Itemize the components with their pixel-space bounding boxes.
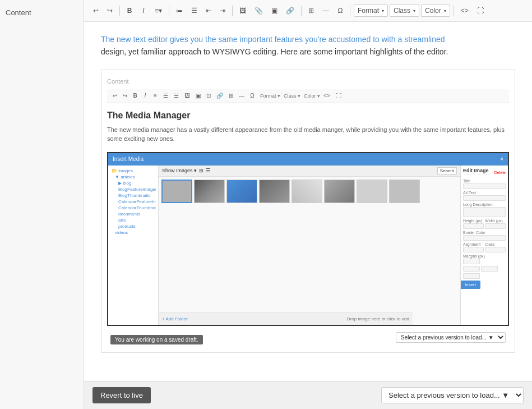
sidebar-label: Content <box>6 8 31 17</box>
editor-toolbar: ↩ ↪ B I ≡▾ ≔ ☰ ⇤ ⇥ 🖼 📎 ▣ 🔗 ⊞ — Ω Format … <box>84 0 532 22</box>
mm-close-icon: × <box>500 156 503 162</box>
fullscreen-button[interactable]: ⛶ <box>474 4 487 17</box>
outdent-button[interactable]: ⇤ <box>202 4 215 17</box>
toolbar-divider-1 <box>119 6 120 16</box>
nested-editor-frame: Content ↩ ↪ B I ≡ ☰ ☱ 🖼 ▣ ⊡ 🔗 ⊞ — Ω <box>101 70 515 353</box>
color-dropdown[interactable]: Color ▾ <box>421 4 450 17</box>
link-button[interactable]: 📎 <box>251 4 266 17</box>
undo-button[interactable]: ↩ <box>90 4 102 17</box>
nested-table-button[interactable]: ⊞ <box>226 91 235 100</box>
mm-margin-right-input[interactable] <box>481 266 498 272</box>
mm-delete-label[interactable]: Delete <box>494 171 506 174</box>
nested-bold-button[interactable]: B <box>131 91 140 100</box>
mm-thumb-3 <box>226 180 257 203</box>
nested-version-select[interactable]: Select a previous version to load... ▼ <box>396 332 506 343</box>
mm-margin-bottom-input[interactable] <box>463 273 480 279</box>
source-button[interactable]: <> <box>457 4 472 17</box>
nested-content-label: Content <box>107 76 509 89</box>
list-unordered-button[interactable]: ≔ <box>173 4 186 17</box>
redo-button[interactable]: ↪ <box>104 4 116 17</box>
editor-area[interactable]: The new text editor gives you the same i… <box>84 22 532 381</box>
mm-main-area: Show Images ▾ ⊞ ☰ Search <box>159 166 460 325</box>
mm-margin-top-input[interactable] <box>463 259 480 264</box>
mm-height-label: Height (px) <box>463 219 484 223</box>
nested-media-button[interactable]: ▣ <box>193 91 203 100</box>
mm-view-list-icon: ☰ <box>206 168 210 173</box>
nested-source-button[interactable]: <> <box>321 91 332 100</box>
nested-toolbar: ↩ ↪ B I ≡ ☰ ☱ 🖼 ▣ ⊡ 🔗 ⊞ — Ω Format ▾ Cla… <box>107 89 509 103</box>
mm-sidebar-calfeature: CalendarFeatureImages <box>110 199 156 205</box>
nested-draft-notice: You are working on a saved draft. <box>110 335 203 344</box>
media-button[interactable]: ▣ <box>268 4 281 17</box>
nested-list1-button[interactable]: ☰ <box>161 91 170 100</box>
mm-thumb-1 <box>161 180 192 203</box>
mm-margin-left-input[interactable] <box>463 266 480 272</box>
mm-right-panel: Edit Image Delete Title Alt Text Long De… <box>460 166 508 325</box>
sidebar: Content <box>0 0 84 409</box>
mm-alt-input[interactable] <box>463 195 506 201</box>
color-chevron-icon: ▾ <box>444 8 446 13</box>
mm-desc-label: Long Description <box>463 203 506 206</box>
toolbar-divider-6 <box>454 6 454 16</box>
nested-omega-button[interactable]: Ω <box>248 91 257 100</box>
nested-color-label: Color ▾ <box>304 93 320 99</box>
nested-fullscreen-button[interactable]: ⛶ <box>334 91 344 100</box>
media-manager-screenshot: Insert Media × 📁 images ▼ articles ▶ blo… <box>107 152 509 326</box>
hyperlink-button[interactable]: 🔗 <box>283 4 298 17</box>
mm-body: 📁 images ▼ articles ▶ blog BlogFeatureIm… <box>108 166 508 325</box>
mm-sidebar: 📁 images ▼ articles ▶ blog BlogFeatureIm… <box>108 166 159 325</box>
version-select[interactable]: Select a previous version to load... ▼ <box>381 387 524 403</box>
mm-height-input[interactable] <box>463 223 484 229</box>
mm-width-input[interactable] <box>485 223 506 229</box>
bold-button[interactable]: B <box>123 4 136 17</box>
nested-redo-button[interactable]: ↪ <box>121 91 129 100</box>
mm-desc-input[interactable] <box>463 207 506 217</box>
mm-class-input[interactable] <box>485 247 506 252</box>
nested-hr-button[interactable]: — <box>237 91 247 100</box>
nested-link-button[interactable]: 🔗 <box>214 91 225 100</box>
nested-list2-button[interactable]: ☱ <box>172 91 181 100</box>
align-button[interactable]: ≡▾ <box>151 4 165 17</box>
nested-image-button[interactable]: 🖼 <box>182 91 192 100</box>
nested-embed-button[interactable]: ⊡ <box>204 91 213 100</box>
main-content: ↩ ↪ B I ≡▾ ≔ ☰ ⇤ ⇥ 🖼 📎 ▣ 🔗 ⊞ — Ω Format … <box>84 0 532 409</box>
mm-alt-label: Alt Text <box>463 191 506 195</box>
editor-text-normal: design, yet familiar approach to WYSIWYG… <box>101 47 448 56</box>
mm-add-folder-button[interactable]: + Add Folder <box>162 316 188 321</box>
mm-title-label: Title <box>463 179 506 183</box>
mm-border-input[interactable] <box>463 235 506 241</box>
italic-button[interactable]: I <box>137 4 150 17</box>
mm-main-toolbar: Show Images ▾ ⊞ ☰ Search <box>159 166 460 177</box>
mm-footer-bar: + Add Folder Drop image here or click to… <box>159 313 413 325</box>
class-dropdown[interactable]: Class ▾ <box>390 4 419 17</box>
class-chevron-icon: ▾ <box>413 8 415 13</box>
mm-alignment-input[interactable] <box>463 247 484 252</box>
format-dropdown[interactable]: Format ▾ <box>354 4 388 17</box>
image-button[interactable]: 🖼 <box>236 4 249 17</box>
article-body: The new media manager has a vastly diffe… <box>107 125 509 144</box>
mm-sidebar-products: products <box>110 223 156 229</box>
table-button[interactable]: ⊞ <box>305 4 317 17</box>
special-char-button[interactable]: Ω <box>334 4 346 17</box>
mm-title: Insert Media <box>113 156 144 162</box>
mm-insert-button[interactable]: Insert <box>460 281 480 289</box>
indent-button[interactable]: ⇥ <box>216 4 229 17</box>
nested-italic-button[interactable]: I <box>141 91 150 100</box>
mm-sidebar-calthumbs: CalendarThumbnails <box>110 205 156 211</box>
mm-show-label: Show Images ▾ <box>162 168 197 173</box>
mm-sidebar-blogthumbs: BlogThumbnails <box>110 192 156 199</box>
list-ordered-button[interactable]: ☰ <box>188 4 201 17</box>
mm-sidebar-documents: documents <box>110 211 156 217</box>
nested-bottom-bar: You are working on a saved draft. Select… <box>107 328 509 347</box>
nested-align-button[interactable]: ≡ <box>151 91 160 100</box>
nested-article: The Media Manager The new media manager … <box>107 108 509 146</box>
nested-undo-button[interactable]: ↩ <box>110 91 119 100</box>
mm-header: Insert Media × <box>108 153 508 166</box>
mm-view-grid-icon: ⊞ <box>199 168 203 173</box>
hr-button[interactable]: — <box>319 4 332 17</box>
revert-to-live-button[interactable]: Revert to live <box>92 387 151 403</box>
format-chevron-icon: ▾ <box>382 8 384 13</box>
mm-thumb-2 <box>194 180 225 203</box>
mm-search-placeholder: Search <box>437 167 457 174</box>
mm-title-input[interactable] <box>463 183 506 189</box>
